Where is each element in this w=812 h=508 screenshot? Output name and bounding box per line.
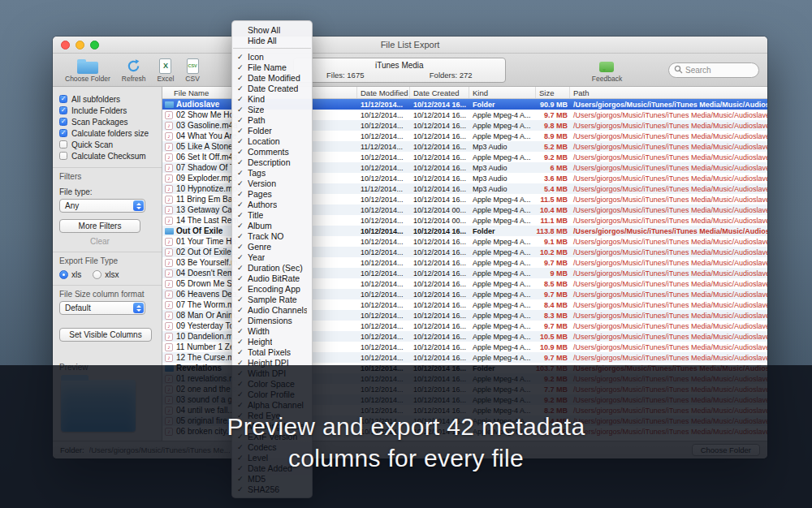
excel-export-button[interactable]: Excel xyxy=(158,58,175,83)
path-cell: /Users/giorgos/Music/iTunes/iTunes Media… xyxy=(570,132,767,140)
kind-cell: Folder xyxy=(469,101,536,109)
menu-item-label: Path xyxy=(248,115,266,125)
column-header-date-modified[interactable]: Date Modified xyxy=(357,87,410,98)
radio-xlsx[interactable]: xlsx xyxy=(93,270,119,279)
column-header-date-created[interactable]: Date Created xyxy=(410,87,469,98)
size-cell: 6 MB xyxy=(536,164,570,172)
csv-export-button[interactable]: CSV xyxy=(185,58,199,83)
menu-item-version[interactable]: ✓Version xyxy=(232,178,312,188)
refresh-button[interactable]: Refresh xyxy=(122,58,146,83)
checkbox-unchecked-icon[interactable] xyxy=(59,140,67,149)
menu-item-date-modified[interactable]: ✓Date Modified xyxy=(232,72,312,83)
menu-item-date-created[interactable]: ✓Date Created xyxy=(232,83,312,93)
menu-item-sample-rate[interactable]: ✓Sample Rate xyxy=(232,294,312,304)
menu-item-location[interactable]: ✓Location xyxy=(232,136,312,146)
caption-line-1: Preview and export 42 metadata xyxy=(227,411,585,442)
menu-item-year[interactable]: ✓Year xyxy=(232,252,312,262)
date-modified-cell: 10/12/2014... xyxy=(357,153,410,161)
kind-cell: Apple Mpeg-4 A... xyxy=(469,280,536,288)
sidebar-checkbox-scan-packages[interactable]: ✓Scan Packages xyxy=(59,116,155,127)
menu-item-path[interactable]: ✓Path xyxy=(232,114,312,125)
menu-item-height[interactable]: ✓Height xyxy=(232,336,312,347)
icon-cell xyxy=(162,333,175,341)
audio-file-icon xyxy=(165,164,173,172)
checkbox-label: Calculate Checksum xyxy=(71,152,146,161)
close-window-button[interactable] xyxy=(61,41,70,50)
window-title: File List Export xyxy=(381,40,440,50)
menu-item-track-no[interactable]: ✓Track NO xyxy=(232,230,312,241)
menu-item-width[interactable]: ✓Width xyxy=(232,325,312,336)
caption-overlay: Preview and export 42 metadata columns f… xyxy=(0,365,812,508)
checkmark-icon: ✓ xyxy=(237,84,248,93)
menu-item-file-name[interactable]: ✓File Name xyxy=(232,62,312,72)
menu-item-description[interactable]: ✓Description xyxy=(232,157,312,167)
menu-item-pages[interactable]: ✓Pages xyxy=(232,188,312,199)
checkbox-checked-icon[interactable]: ✓ xyxy=(59,118,67,126)
menu-item-audio-channels[interactable]: ✓Audio Channels xyxy=(232,304,312,315)
menu-item-folder[interactable]: ✓Folder xyxy=(232,125,312,136)
menu-item-icon[interactable]: ✓Icon xyxy=(232,51,312,62)
menu-item-dimensions[interactable]: ✓Dimensions xyxy=(232,315,312,325)
column-header-size[interactable]: Size xyxy=(536,87,570,98)
column-header-path[interactable]: Path xyxy=(570,87,767,98)
audio-file-icon xyxy=(165,291,173,299)
zoom-window-button[interactable] xyxy=(90,41,99,50)
audio-file-icon xyxy=(165,259,173,267)
menu-item-authors[interactable]: ✓Authors xyxy=(232,199,312,209)
desktop: File List Export Choose Folder Refresh E… xyxy=(0,0,812,508)
date-created-cell: 10/12/2014 16... xyxy=(410,153,469,161)
menu-item-comments[interactable]: ✓Comments xyxy=(232,146,312,157)
sidebar-checkbox-include-folders[interactable]: ✓Include Folders xyxy=(59,105,155,116)
checkbox-checked-icon[interactable]: ✓ xyxy=(59,106,67,114)
icon-cell xyxy=(162,206,175,214)
size-cell: 9.7 MB xyxy=(536,322,570,330)
menu-item-hide-all[interactable]: Hide All xyxy=(232,35,312,45)
sidebar-checkbox-quick-scan[interactable]: Quick Scan xyxy=(59,139,155,150)
sidebar-checkbox-calculate-checksum[interactable]: Calculate Checksum xyxy=(59,150,155,161)
menu-item-tags[interactable]: ✓Tags xyxy=(232,167,312,178)
menu-item-size[interactable]: ✓Size xyxy=(232,104,312,114)
menu-item-kind[interactable]: ✓Kind xyxy=(232,93,312,104)
menu-item-title[interactable]: ✓Title xyxy=(232,209,312,220)
search-field[interactable] xyxy=(668,62,759,78)
file-type-dropdown[interactable]: Any xyxy=(59,199,145,213)
menu-item-duration-sec[interactable]: ✓Duration (Sec) xyxy=(232,262,312,273)
audio-file-icon xyxy=(165,111,173,119)
sidebar-checkbox-calculate-folders-size[interactable]: ✓Calculate folders size xyxy=(59,127,155,139)
menu-item-show-all[interactable]: Show All xyxy=(232,24,312,35)
choose-folder-toolbar-button[interactable]: Choose Folder xyxy=(65,58,110,83)
checkbox-label: Scan Packages xyxy=(71,118,128,127)
sidebar-checkbox-all-subfolders[interactable]: ✓All subfolders xyxy=(59,93,155,105)
date-created-cell: 10/12/2014 16... xyxy=(410,312,469,320)
checkbox-checked-icon[interactable]: ✓ xyxy=(59,95,67,103)
audio-file-icon xyxy=(165,269,173,278)
checkbox-checked-icon[interactable]: ✓ xyxy=(59,129,67,137)
icon-cell xyxy=(162,291,175,299)
size-format-dropdown[interactable]: Default xyxy=(59,301,145,315)
menu-item-total-pixels[interactable]: ✓Total Pixels xyxy=(232,347,312,357)
date-modified-cell: 10/12/2014... xyxy=(357,174,410,183)
date-created-cell: 10/12/2014 16... xyxy=(410,238,469,246)
scan-summary-box: iTunes Media Files: 1675 Folders: 272 xyxy=(293,58,506,83)
checkbox-unchecked-icon[interactable] xyxy=(59,152,67,160)
feedback-button[interactable]: Feedback xyxy=(592,58,622,83)
file-type-value: Any xyxy=(65,201,79,210)
date-modified-cell: 10/12/2014... xyxy=(357,164,410,172)
date-modified-cell: 10/12/2014... xyxy=(357,322,410,330)
menu-item-audio-bitrate[interactable]: ✓Audio BitRate xyxy=(232,273,312,283)
radio-xls[interactable]: xls xyxy=(59,270,81,279)
checkmark-icon: ✓ xyxy=(237,148,248,156)
menu-item-encoding-app[interactable]: ✓Encoding App xyxy=(232,283,312,294)
minimize-window-button[interactable] xyxy=(76,41,84,50)
menu-item-album[interactable]: ✓Album xyxy=(232,220,312,230)
column-header-kind[interactable]: Kind xyxy=(469,87,536,98)
checkbox-label: All subfolders xyxy=(71,95,120,104)
icon-cell xyxy=(162,143,175,151)
more-filters-button[interactable]: More Filters xyxy=(59,219,140,233)
menu-item-genre[interactable]: ✓Genre xyxy=(232,241,312,252)
set-visible-columns-button[interactable]: Set Visible Columns xyxy=(59,328,152,342)
date-modified-cell: 10/12/2014... xyxy=(357,291,410,299)
date-modified-cell: 10/12/2014... xyxy=(357,248,410,256)
date-created-cell: 10/12/2014 16... xyxy=(410,280,469,288)
clear-button[interactable]: Clear xyxy=(59,237,140,246)
